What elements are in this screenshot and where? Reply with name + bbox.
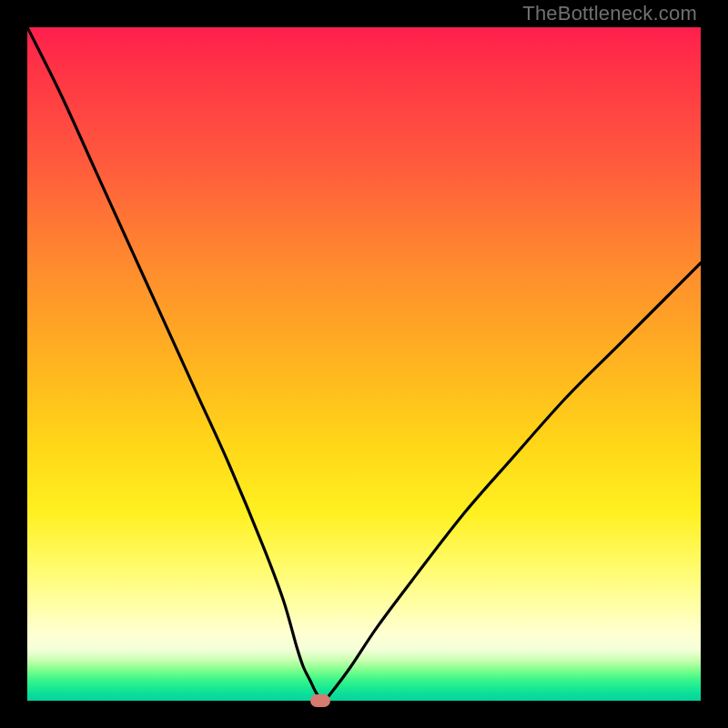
watermark-text: TheBottleneck.com [522,2,697,25]
chart-frame: TheBottleneck.com [0,0,728,728]
bottleneck-curve [27,27,701,701]
optimum-marker [310,694,330,707]
curve-svg [27,27,701,701]
plot-area [27,27,701,701]
